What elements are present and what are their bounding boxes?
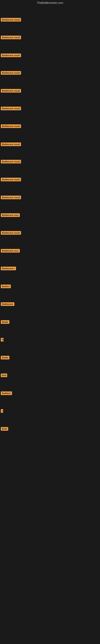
result-row-17: Bottleneck [0, 302, 100, 308]
bottleneck-badge-20[interactable]: Bottle [1, 356, 9, 360]
result-row-10: Bottleneck result [0, 177, 100, 183]
bottleneck-badge-6[interactable]: Bottleneck result [1, 107, 21, 110]
result-row-21: Bott [0, 373, 100, 379]
bottleneck-badge-18[interactable]: Bottle [1, 320, 9, 324]
result-row-13: Bottleneck result [0, 230, 100, 236]
bottleneck-badge-4[interactable]: Bottleneck result [1, 71, 21, 75]
bottleneck-badge-23[interactable]: s [1, 409, 3, 413]
site-title: TheBottlenecker.com [0, 0, 100, 6]
result-row-16: Bottlen [0, 284, 100, 290]
bottleneck-badge-15[interactable]: Bottleneck r [1, 267, 16, 270]
bottleneck-badge-3[interactable]: Bottleneck result [1, 54, 21, 57]
bottleneck-badge-17[interactable]: Bottleneck [1, 302, 14, 306]
bottleneck-badge-21[interactable]: Bott [1, 374, 7, 377]
bottleneck-badge-12[interactable]: Bottleneck resu [1, 213, 20, 217]
result-row-2: Bottleneck result [0, 35, 100, 41]
bottleneck-badge-9[interactable]: Bottleneck result [1, 160, 21, 164]
result-row-23: s [0, 408, 100, 414]
result-row-12: Bottleneck resu [0, 212, 100, 218]
result-row-15: Bottleneck r [0, 266, 100, 272]
result-row-11: Bottleneck result [0, 195, 100, 201]
result-row-14: Bottleneck resu [0, 248, 100, 254]
bottleneck-badge-10[interactable]: Bottleneck result [1, 178, 21, 181]
bottleneck-badge-24[interactable]: Bottl [1, 427, 8, 431]
result-row-8: Bottleneck result [0, 142, 100, 148]
result-row-5: Bottleneck result [0, 88, 100, 94]
result-row-3: Bottleneck result [0, 53, 100, 59]
bottleneck-badge-19[interactable]: B [1, 338, 3, 342]
bottleneck-badge-16[interactable]: Bottlen [1, 284, 11, 288]
result-row-6: Bottleneck result [0, 106, 100, 112]
result-row-18: Bottle [0, 320, 100, 326]
bottleneck-badge-1[interactable]: Bottleneck result [1, 18, 21, 22]
bottleneck-badge-7[interactable]: Bottleneck result [1, 124, 21, 128]
result-row-7: Bottleneck result [0, 124, 100, 130]
result-row-20: Bottle [0, 355, 100, 361]
bottleneck-badge-5[interactable]: Bottleneck result [1, 89, 21, 92]
result-row-9: Bottleneck result [0, 159, 100, 165]
result-row-24: Bottl [0, 426, 100, 432]
result-row-22: Bottlene [0, 391, 100, 397]
bottleneck-badge-14[interactable]: Bottleneck resu [1, 249, 20, 252]
bottleneck-badge-22[interactable]: Bottlene [1, 392, 12, 395]
bottleneck-badge-8[interactable]: Bottleneck result [1, 142, 21, 146]
result-row-19: B [0, 337, 100, 343]
result-row-4: Bottleneck result [0, 70, 100, 76]
bottleneck-badge-11[interactable]: Bottleneck result [1, 196, 21, 199]
result-row-1: Bottleneck result [0, 17, 100, 23]
bottleneck-badge-13[interactable]: Bottleneck result [1, 231, 21, 235]
bottleneck-badge-2[interactable]: Bottleneck result [1, 36, 21, 39]
